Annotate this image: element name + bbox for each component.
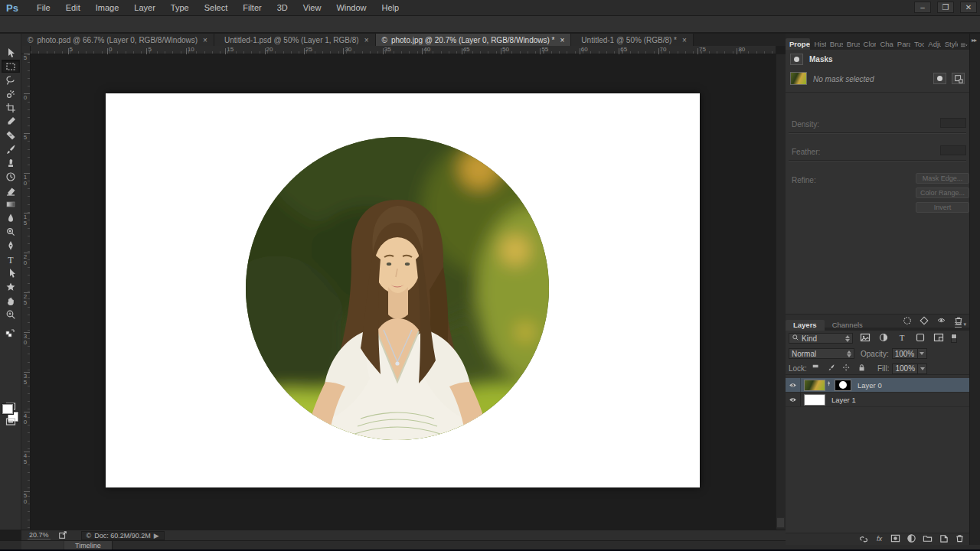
blur-tool[interactable] (2, 211, 20, 224)
panel-tab-parag[interactable]: Parag (893, 38, 910, 50)
fill-dropdown-arrow[interactable] (918, 364, 927, 374)
filter-toggle-switch[interactable] (951, 334, 957, 343)
layer-mask-thumbnail[interactable] (835, 380, 851, 391)
menu-image[interactable]: Image (88, 3, 127, 12)
lock-position-icon[interactable] (842, 364, 851, 374)
dodge-tool[interactable] (2, 225, 20, 238)
clone-stamp-tool[interactable] (2, 156, 20, 169)
close-tab-icon[interactable]: × (203, 36, 207, 44)
add-mask-icon[interactable] (890, 533, 900, 545)
adjustment-filter-icon[interactable] (878, 332, 889, 344)
swap-colors-icon[interactable] (2, 326, 20, 339)
canvas-viewport[interactable] (31, 54, 776, 530)
shape-filter-icon[interactable] (915, 332, 926, 344)
document-tab-3[interactable]: ©photo.jpg @ 20.7% (Layer 0, RGB/8/Windo… (376, 34, 572, 46)
document-tab-4[interactable]: Untitled-1 @ 50% (RGB/8) *× (571, 34, 693, 46)
crop-tool[interactable] (2, 101, 20, 114)
screen-mode-button[interactable] (2, 415, 20, 428)
menu-help[interactable]: Help (374, 3, 407, 12)
horizontal-ruler[interactable]: 505101520253035404550556065707580 (31, 46, 776, 54)
brush-tool[interactable] (2, 142, 20, 155)
minimize-button[interactable]: – (914, 2, 931, 13)
panel-tab-chara[interactable]: Chara (876, 38, 893, 50)
invert-button[interactable]: Invert (916, 202, 969, 213)
vector-mask-icon[interactable] (952, 73, 965, 84)
colorrange-button[interactable]: Color Range... (916, 187, 969, 198)
layer-visibility-eye-icon[interactable] (786, 378, 801, 392)
eyedropper-tool[interactable] (2, 115, 20, 128)
foreground-color-swatch[interactable] (2, 404, 13, 414)
panel-tab-tool[interactable]: Tool (910, 38, 924, 50)
density-value-box[interactable] (940, 118, 966, 128)
zoom-level-field[interactable]: 20.7% (28, 531, 51, 540)
close-button[interactable]: ✕ (960, 2, 977, 13)
maximize-button[interactable]: ❐ (937, 2, 954, 13)
panel-tab-styles[interactable]: Styles (941, 38, 958, 50)
move-tool[interactable] (2, 46, 20, 59)
apply-mask-icon[interactable] (920, 316, 929, 327)
lock-paint-icon[interactable] (827, 364, 836, 374)
blend-mode-dropdown[interactable]: Normal (789, 348, 854, 359)
vertical-ruler[interactable]: 505101520253035404550 (21, 54, 31, 530)
scrollbar-thumb[interactable] (776, 517, 785, 528)
eraser-tool[interactable] (2, 184, 20, 197)
feather-slider[interactable] (789, 160, 966, 161)
toggle-mask-eye-icon[interactable] (936, 316, 946, 326)
layer-thumbnail[interactable] (804, 380, 825, 391)
close-tab-icon[interactable]: × (364, 36, 369, 44)
share-icon[interactable] (58, 530, 67, 541)
menu-view[interactable]: View (296, 3, 329, 12)
opacity-dropdown-arrow[interactable] (918, 348, 927, 359)
custom-shape-tool[interactable] (2, 280, 20, 293)
layer-row[interactable]: Layer 0 (786, 378, 969, 393)
layers-panel-menu-icon[interactable]: ▾ (955, 321, 966, 328)
rect-marquee-tool[interactable] (2, 60, 20, 73)
opacity-value[interactable]: 100% (892, 348, 918, 359)
layer-thumbnail[interactable] (790, 72, 807, 85)
zoom-tool[interactable] (2, 308, 20, 321)
layer-fx-icon[interactable]: fx (874, 533, 884, 545)
panel-tab-clone[interactable]: Clone (860, 38, 877, 50)
close-tab-icon[interactable]: × (560, 36, 565, 44)
layer-row[interactable]: Layer 1 (786, 393, 969, 407)
smart-object-filter-icon[interactable] (933, 332, 944, 344)
menu-file[interactable]: File (29, 3, 58, 12)
feather-value-box[interactable] (940, 145, 966, 155)
properties-panel-menu-icon[interactable] (958, 42, 969, 50)
type-filter-icon[interactable]: T (897, 332, 907, 344)
menu-layer[interactable]: Layer (126, 3, 163, 12)
new-group-icon[interactable] (923, 533, 933, 545)
new-adjustment-icon[interactable] (906, 533, 916, 545)
pen-tool[interactable] (2, 239, 20, 252)
status-menu-arrow[interactable]: ▶ (154, 532, 159, 540)
panel-tab-brush[interactable]: Brush (826, 38, 843, 50)
lock-all-icon[interactable] (858, 364, 867, 374)
tab-layers[interactable]: Layers (786, 320, 825, 331)
panel-tab-properties[interactable]: Properties (786, 38, 810, 50)
maskedge-button[interactable]: Mask Edge... (916, 173, 969, 184)
fill-value[interactable]: 100% (892, 364, 918, 374)
menu-window[interactable]: Window (328, 3, 374, 12)
document-tab-1[interactable]: ©photo.psd @ 66.7% (Layer 0, RGB/8/Windo… (21, 34, 214, 46)
lasso-tool[interactable] (2, 73, 20, 86)
vertical-scrollbar[interactable] (776, 54, 786, 530)
delete-layer-icon[interactable] (955, 533, 965, 545)
menu-filter[interactable]: Filter (235, 3, 269, 12)
history-brush-tool[interactable] (2, 170, 20, 183)
document-info[interactable]: © Doc: 60.2M/90.2M ▶ (81, 531, 165, 540)
menu-select[interactable]: Select (197, 3, 236, 12)
quick-selection-tool[interactable] (2, 87, 20, 100)
gradient-tool[interactable] (2, 197, 20, 210)
tab-channels[interactable]: Channels (825, 320, 871, 331)
pixel-filter-icon[interactable] (860, 332, 871, 344)
spot-healing-tool[interactable] (2, 129, 20, 142)
link-layers-icon[interactable] (858, 533, 868, 545)
panel-tab-histo[interactable]: Histo (810, 38, 825, 50)
menu-type[interactable]: Type (163, 3, 197, 12)
panel-tab-brush[interactable]: Brush (843, 38, 860, 50)
document-canvas[interactable] (106, 93, 700, 487)
type-tool[interactable]: T (2, 253, 20, 266)
path-selection-tool[interactable] (2, 266, 20, 279)
panel-tab-adjus[interactable]: Adjus (924, 38, 940, 50)
new-layer-icon[interactable] (939, 533, 949, 545)
